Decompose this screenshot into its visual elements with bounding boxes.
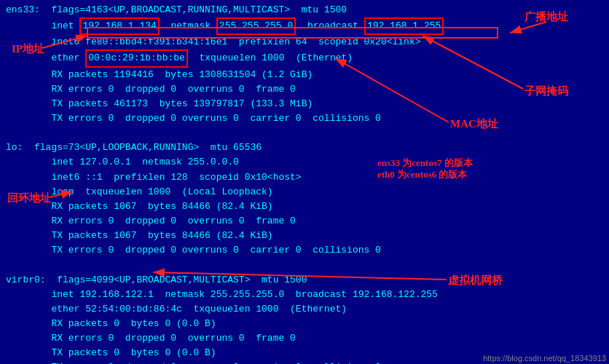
line-8: TX errors 0 dropped 0 overruns 0 carrier… [6,111,603,126]
line-lo7: TX packets 1067 bytes 84466 (82.4 KiB) [6,229,603,243]
netmask-val: 255.255.255.0 [216,17,296,35]
bcast-val: 192.168.1.255 [364,17,444,35]
mac-addr: 00:0c:29:1b:bb:be [85,50,188,67]
line-vb2: inet 192.168.122.1 netmask 255.255.255.0… [6,288,603,302]
line-text: ens33: flags=4163<UP,BROADCAST,RUNNING,M… [6,4,347,15]
line-4: ether 00:0c:29:1b:bb:be txqueuelen 1000 … [6,50,603,67]
line-vb3: ether 52:54:00:bd:86:4c txqueuelen 1000 … [6,302,603,317]
inet-addr: 192.168.1.134 [79,17,159,35]
line-1: ens33: flags=4163<UP,BROADCAST,RUNNING,M… [6,3,603,17]
line-vb5: RX errors 0 dropped 0 overruns 0 frame 0 [6,331,603,346]
line2-bcast-label: broadcast [296,19,364,33]
line-vb1: virbr0: flags=4099<UP,BROADCAST,MULTICAS… [6,273,603,288]
line-lo6: RX errors 0 dropped 0 overruns 0 frame 0 [6,214,603,229]
line4-indent: ether [6,51,85,66]
line-lo1: lo: flags=73<UP,LOOPBACK,RUNNING> mtu 65… [6,141,603,155]
line-3: inet6 fe80::bbd4:f391:b341:16e1 prefixle… [6,35,603,50]
line-lo3: inet6 ::1 prefixlen 128 scopeid 0x10<hos… [6,170,603,185]
line-lo5: RX packets 1067 bytes 84466 (82.4 KiB) [6,199,603,214]
watermark: https://blog.csdn.net/qq_18343913 [483,354,606,363]
line-blank2 [6,258,603,272]
line-blank1 [6,126,603,141]
line-5: RX packets 1194416 bytes 1308631504 (1.2… [6,68,603,82]
terminal: ens33: flags=4163<UP,BROADCAST,RUNNING,M… [0,0,609,364]
line-vb4: RX packets 0 bytes 0 (0.0 B) [6,317,603,331]
line-lo8: TX errors 0 dropped 0 overruns 0 carrier… [6,243,603,258]
line2-indent: inet [6,19,79,33]
line-lo4: loop txqueuelen 1000 (Local Loopback) [6,185,603,199]
line-lo2: inet 127.0.0.1 netmask 255.0.0.0 [6,155,603,170]
line4-rest: txqueuelen 1000 (Ethernet) [188,51,353,66]
line-7: TX packets 461173 bytes 139797817 (133.3… [6,97,603,111]
line-2: inet 192.168.1.134 netmask 255.255.255.0… [6,17,603,35]
line-6: RX errors 0 dropped 0 overruns 0 frame 0 [6,82,603,97]
line2-netmask-label: netmask [160,19,216,33]
